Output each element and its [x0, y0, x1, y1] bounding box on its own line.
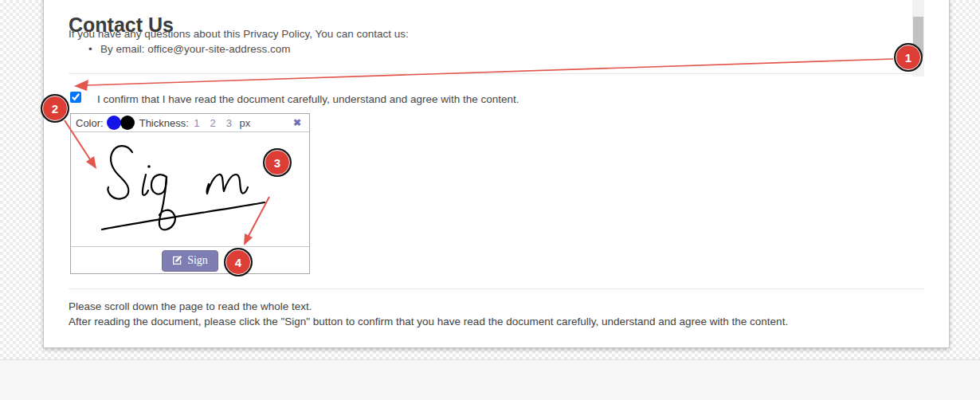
signature-widget: Color: Thickness: 1 2 3 px ✖ — [70, 113, 310, 274]
color-label: Color: — [76, 117, 104, 129]
pencil-square-icon — [172, 255, 182, 265]
annotation-badge-4: 4 — [225, 249, 251, 275]
contact-email-text: By email: office@your-site-address.com — [100, 43, 291, 55]
page-footer-bar — [0, 359, 980, 400]
color-swatch-black[interactable] — [120, 116, 135, 130]
close-icon[interactable]: ✖ — [293, 117, 301, 128]
annotation-badge-1: 1 — [896, 45, 921, 70]
badge-number: 1 — [905, 51, 911, 65]
annotation-badge-3: 3 — [265, 150, 290, 175]
section-divider — [69, 288, 924, 289]
privacy-intro-text: If you have any questions about this Pri… — [69, 28, 409, 40]
signature-footer: Sign — [71, 246, 309, 274]
bullet-icon: • — [88, 43, 100, 55]
contact-email-list-item: •By email: office@your-site-address.com — [88, 43, 291, 55]
signature-drawing — [71, 132, 309, 246]
confirm-checkbox-label[interactable]: I confirm that I have read the document … — [97, 93, 519, 105]
px-unit-label: px — [240, 117, 251, 129]
thickness-option-1[interactable]: 1 — [194, 117, 199, 129]
thickness-option-3[interactable]: 3 — [226, 117, 232, 129]
document-divider — [69, 73, 924, 74]
thickness-label: Thickness: — [139, 117, 189, 129]
signature-canvas[interactable] — [71, 132, 309, 246]
badge-number: 4 — [235, 256, 241, 269]
sign-button[interactable]: Sign — [162, 250, 218, 272]
page-background: Contact Us If you have any questions abo… — [0, 0, 980, 400]
confirm-checkbox[interactable] — [70, 92, 81, 103]
thickness-option-2[interactable]: 2 — [210, 117, 216, 129]
badge-number: 2 — [52, 102, 58, 116]
scroll-instruction-text: Please scroll down the page to read the … — [69, 300, 312, 312]
color-swatch-blue[interactable] — [107, 116, 121, 130]
annotation-badge-2: 2 — [42, 96, 68, 121]
signature-toolbar: Color: Thickness: 1 2 3 px ✖ — [71, 114, 309, 132]
sign-instruction-text: After reading the document, please click… — [69, 316, 788, 327]
sign-button-label: Sign — [187, 254, 208, 267]
badge-number: 3 — [274, 156, 280, 170]
